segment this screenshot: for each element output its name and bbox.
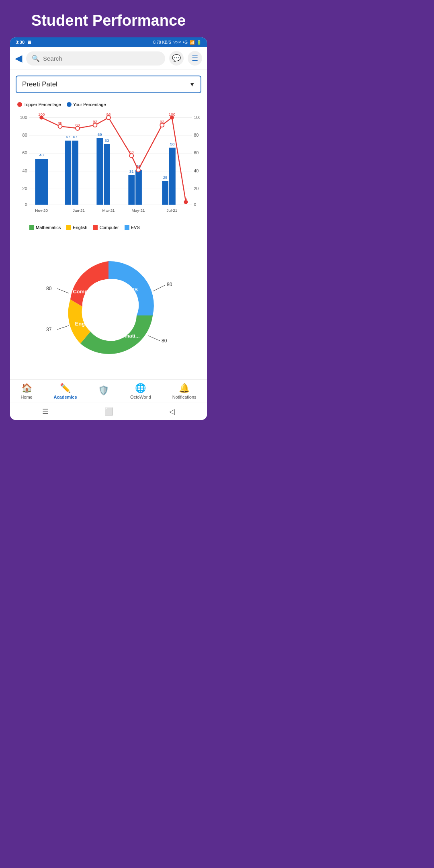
dropdown-arrow-icon: ▼ <box>189 81 195 88</box>
academics-icon: ✏️ <box>60 383 71 393</box>
svg-text:80: 80 <box>167 282 172 287</box>
svg-text:20: 20 <box>23 186 27 191</box>
svg-text:90: 90 <box>58 121 62 125</box>
svg-text:69: 69 <box>98 132 102 137</box>
back-sys-button[interactable]: ◁ <box>169 407 175 416</box>
svg-text:0: 0 <box>194 202 196 207</box>
nav-octoworld[interactable]: 🌐 OctoWorld <box>130 383 151 399</box>
svg-text:92: 92 <box>93 119 97 124</box>
nav-octoworld-label: OctoWorld <box>130 395 151 399</box>
svg-text:0: 0 <box>25 202 27 207</box>
nav-home-label: Home <box>20 395 32 399</box>
nav-home[interactable]: 🏠 Home <box>20 383 32 399</box>
donut-chart-section: EVS Mathemati... English Compute... 80 8… <box>16 233 201 374</box>
svg-line-68 <box>148 336 160 341</box>
legend-topper: Topper Percentage <box>17 102 61 107</box>
status-time: 3:30 <box>16 40 25 45</box>
svg-text:May-21: May-21 <box>132 209 145 213</box>
svg-text:80: 80 <box>194 133 199 137</box>
svg-rect-18 <box>35 159 48 205</box>
topper-label: Topper Percentage <box>24 102 61 107</box>
svg-rect-30 <box>135 170 142 205</box>
nav-notifications-label: Notifications <box>172 395 197 399</box>
svg-line-72 <box>57 289 69 293</box>
bar-chart-svg: 100 80 60 40 20 0 100 80 60 40 20 0 <box>17 110 200 223</box>
back-button[interactable]: ◀ <box>15 53 22 64</box>
hamburger-icon: ☰ <box>192 54 198 63</box>
chart-legend: Topper Percentage Your Percentage <box>17 102 200 107</box>
legend-english: English <box>66 225 87 230</box>
svg-text:20: 20 <box>194 186 199 191</box>
svg-text:100: 100 <box>38 112 45 117</box>
svg-text:Nov-20: Nov-20 <box>35 209 48 213</box>
nav-academics-label: Academics <box>53 395 77 399</box>
chat-icon: 💬 <box>172 54 181 63</box>
svg-rect-20 <box>65 141 71 205</box>
svg-text:88: 88 <box>76 123 80 127</box>
svg-text:Mathemati...: Mathemati... <box>109 333 139 339</box>
search-input[interactable] <box>43 55 160 62</box>
donut-svg: EVS Mathemati... English Compute... 80 8… <box>40 241 177 370</box>
svg-rect-26 <box>104 144 110 205</box>
topper-dot <box>17 102 22 107</box>
voip-icon: VoIP <box>173 40 181 44</box>
svg-rect-28 <box>128 175 135 205</box>
svg-text:48: 48 <box>39 153 44 157</box>
svg-text:80: 80 <box>46 286 52 291</box>
shield-plus-icon: 🛡️ <box>98 385 109 396</box>
student-dropdown[interactable]: Preeti Patel ▼ <box>16 76 201 93</box>
svg-text:63: 63 <box>105 138 109 143</box>
phone-frame: 3:30 🖥 0.78 KB/S VoIP ⁴G 📶 🔋 ◀ 🔍 💬 ☰ Pre… <box>10 37 207 420</box>
battery-icon: 🔋 <box>197 40 201 45</box>
svg-line-66 <box>153 285 165 291</box>
svg-text:EVS: EVS <box>127 287 138 293</box>
search-bar[interactable]: 🔍 <box>26 51 165 66</box>
svg-text:37: 37 <box>46 327 52 332</box>
subject-legend: Mathematics English Computer EVS <box>17 225 200 230</box>
legend-your: Your Percentage <box>67 102 106 107</box>
home-sys-button[interactable]: ⬜ <box>104 407 113 416</box>
content-area: Preeti Patel ▼ Topper Percentage Your Pe… <box>10 70 207 379</box>
svg-text:40: 40 <box>23 168 27 173</box>
your-label: Your Percentage <box>73 102 106 107</box>
svg-text:60: 60 <box>23 150 27 155</box>
nav-academics[interactable]: ✏️ Academics <box>53 383 77 399</box>
svg-text:Jan-21: Jan-21 <box>73 209 85 213</box>
nav-notifications[interactable]: 🔔 Notifications <box>172 383 197 399</box>
search-icon: 🔍 <box>32 55 40 62</box>
svg-text:92: 92 <box>160 119 164 124</box>
evs-color <box>125 225 129 230</box>
svg-text:25: 25 <box>163 175 168 180</box>
svg-text:96: 96 <box>106 112 111 117</box>
svg-text:67: 67 <box>73 135 78 139</box>
svg-text:60: 60 <box>194 150 199 155</box>
svg-text:Jul-21: Jul-21 <box>166 209 177 213</box>
svg-rect-32 <box>162 181 168 205</box>
svg-text:Compute...: Compute... <box>73 289 100 295</box>
svg-text:53: 53 <box>129 150 134 154</box>
svg-text:Mar-21: Mar-21 <box>102 209 115 213</box>
menu-sys-button[interactable]: ☰ <box>42 407 49 416</box>
bar-chart-section: Topper Percentage Your Percentage 100 80… <box>16 99 201 233</box>
chat-button[interactable]: 💬 <box>169 51 184 66</box>
svg-text:40: 40 <box>194 168 199 173</box>
svg-text:80: 80 <box>162 338 167 344</box>
svg-rect-34 <box>169 148 176 205</box>
svg-text:4: 4 <box>185 197 187 201</box>
legend-math: Mathematics <box>29 225 61 230</box>
your-dot <box>67 102 72 107</box>
legend-evs: EVS <box>125 225 140 230</box>
math-color <box>29 225 34 230</box>
bar-chart-wrapper: 100 80 60 40 20 0 100 80 60 40 20 0 <box>17 110 200 223</box>
status-bar: 3:30 🖥 0.78 KB/S VoIP ⁴G 📶 🔋 <box>10 37 207 47</box>
svg-text:100: 100 <box>194 115 200 120</box>
bell-icon: 🔔 <box>179 383 190 393</box>
signal-icon: 📶 <box>190 40 194 45</box>
svg-text:English: English <box>75 321 94 327</box>
nav-special[interactable]: 🛡️ <box>98 385 109 397</box>
svg-text:100: 100 <box>169 112 176 117</box>
menu-button[interactable]: ☰ <box>188 51 202 66</box>
svg-rect-22 <box>72 141 78 205</box>
home-icon: 🏠 <box>21 383 32 393</box>
monitor-icon: 🖥 <box>27 40 31 45</box>
